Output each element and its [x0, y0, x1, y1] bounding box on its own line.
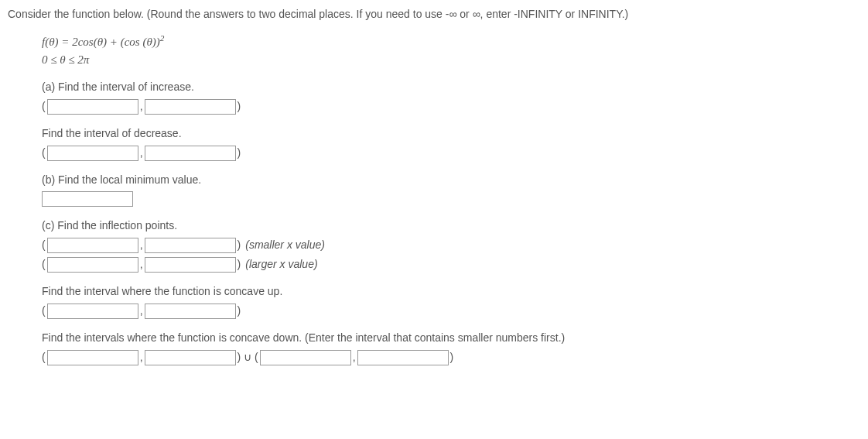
close-paren: ): [238, 237, 241, 253]
decrease-start-input[interactable]: [47, 146, 138, 161]
open-paren: (: [42, 98, 46, 115]
close-paren: ): [238, 303, 241, 319]
concave-up-end-input[interactable]: [145, 304, 236, 319]
decrease-end-input[interactable]: [145, 146, 236, 161]
comma: ,: [140, 303, 143, 319]
concave-down-label: Find the intervals where the function is…: [42, 330, 860, 346]
smaller-x-note: (smaller x value): [245, 237, 325, 253]
open-paren: (: [42, 145, 46, 161]
inflection1-x-input[interactable]: [47, 238, 138, 253]
part-b-label: (b) Find the local minimum value.: [42, 172, 860, 188]
concave-down1-end-input[interactable]: [145, 350, 236, 365]
close-paren: ): [238, 256, 241, 273]
local-min-row: [42, 191, 860, 207]
close-paren: ): [238, 98, 241, 115]
function-formula: f(θ) = 2cos(θ) + (cos (θ))2: [42, 32, 860, 51]
close-paren: ): [450, 349, 454, 365]
comma: ,: [140, 256, 143, 273]
union-segment: ) ∪ (: [238, 349, 258, 365]
concave-up-label: Find the interval where the function is …: [42, 283, 860, 300]
local-min-input[interactable]: [42, 191, 133, 207]
domain-restriction: 0 ≤ θ ≤ 2π: [42, 51, 860, 69]
open-paren: (: [42, 349, 46, 365]
open-paren: (: [42, 237, 46, 253]
inflection-smaller-row: ( , ) (smaller x value): [42, 237, 860, 253]
question-intro: Consider the function below. (Round the …: [8, 6, 860, 22]
comma: ,: [140, 237, 143, 253]
increase-start-input[interactable]: [47, 99, 138, 115]
concave-up-start-input[interactable]: [47, 304, 138, 319]
interval-increase-row: ( , ): [42, 98, 860, 115]
concave-down-row: ( , ) ∪ ( , ): [42, 349, 860, 365]
concave-down2-start-input[interactable]: [260, 350, 351, 365]
inflection-larger-row: ( , ) (larger x value): [42, 256, 860, 273]
concave-down2-end-input[interactable]: [357, 350, 449, 365]
part-c-inflection-label: (c) Find the inflection points.: [42, 218, 860, 234]
comma: ,: [353, 349, 356, 365]
open-paren: (: [42, 303, 46, 319]
concave-down1-start-input[interactable]: [47, 350, 138, 365]
increase-end-input[interactable]: [145, 99, 236, 115]
comma: ,: [140, 349, 143, 365]
larger-x-note: (larger x value): [245, 256, 317, 273]
close-paren: ): [238, 145, 241, 161]
open-paren: (: [42, 256, 46, 273]
comma: ,: [140, 98, 143, 115]
inflection2-x-input[interactable]: [47, 257, 138, 273]
inflection2-y-input[interactable]: [145, 257, 236, 273]
inflection1-y-input[interactable]: [145, 238, 236, 253]
part-a-increase-label: (a) Find the interval of increase.: [42, 79, 860, 95]
interval-decrease-row: ( , ): [42, 145, 860, 161]
concave-up-row: ( , ): [42, 303, 860, 319]
part-a-decrease-label: Find the interval of decrease.: [42, 125, 860, 142]
comma: ,: [140, 145, 143, 161]
